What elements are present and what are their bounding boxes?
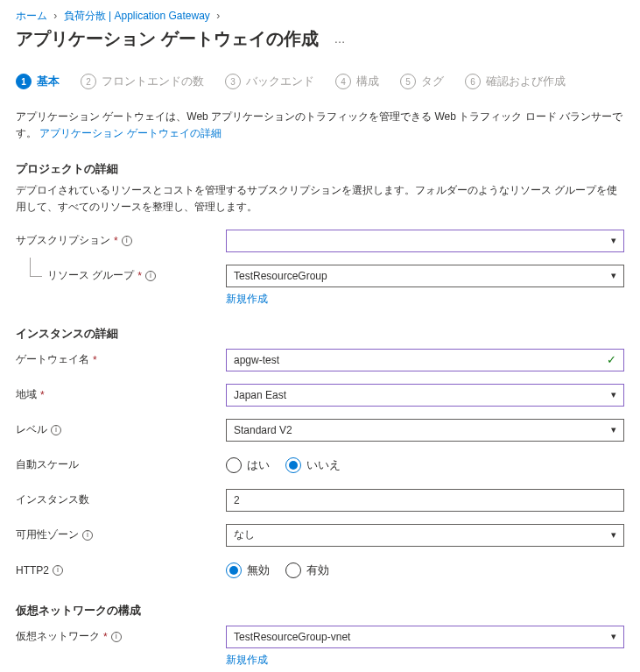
more-icon[interactable]: … xyxy=(334,32,348,46)
region-select[interactable]: Japan East ▾ xyxy=(226,384,624,407)
info-icon[interactable]: i xyxy=(51,425,61,435)
instance-count-label: インスタンス数 xyxy=(16,492,226,507)
chevron-down-icon: ▾ xyxy=(611,235,616,246)
subscription-label: サブスクリプション* i xyxy=(16,233,226,248)
tier-label: レベル i xyxy=(16,422,226,437)
section-vnet-title: 仮想ネットワークの構成 xyxy=(16,603,624,619)
wizard-tabs: 1基本 2フロントエンドの数 3バックエンド 4構成 5タグ 6確認および作成 xyxy=(16,74,624,89)
create-new-vnet-link[interactable]: 新規作成 xyxy=(226,654,268,666)
info-icon[interactable]: i xyxy=(82,530,93,541)
chevron-down-icon: ▾ xyxy=(611,631,616,642)
vnet-label: 仮想ネットワーク* i xyxy=(16,629,226,644)
autoscale-label: 自動スケール xyxy=(16,457,226,472)
breadcrumb-home[interactable]: ホーム xyxy=(16,10,47,22)
info-icon[interactable]: i xyxy=(53,565,63,576)
info-icon[interactable]: i xyxy=(122,236,132,246)
http2-on-radio[interactable]: 有効 xyxy=(285,562,329,578)
tab-review[interactable]: 6確認および作成 xyxy=(465,74,566,89)
intro-text: アプリケーション ゲートウェイは、Web アプリケーションのトラフィックを管理で… xyxy=(16,109,624,142)
tier-select[interactable]: Standard V2 ▾ xyxy=(226,419,624,442)
subscription-select[interactable]: ▾ xyxy=(226,230,624,252)
gateway-name-input[interactable]: apgw-test ✓ xyxy=(226,349,624,371)
info-icon[interactable]: i xyxy=(145,271,156,281)
resource-group-label: リソース グループ* i xyxy=(16,268,226,283)
section-project-desc: デプロイされているリソースとコストを管理するサブスクリプションを選択します。フォ… xyxy=(16,182,624,215)
tab-backend[interactable]: 3バックエンド xyxy=(225,74,314,89)
page-title: アプリケーション ゲートウェイの作成 … xyxy=(16,27,624,51)
breadcrumb: ホーム › 負荷分散 | Application Gateway › xyxy=(16,9,624,24)
section-instance-title: インスタンスの詳細 xyxy=(16,326,624,342)
chevron-down-icon: ▾ xyxy=(611,270,616,281)
tab-basic[interactable]: 1基本 xyxy=(16,74,60,89)
section-project-title: プロジェクトの詳細 xyxy=(16,161,624,177)
http2-off-radio[interactable]: 無効 xyxy=(226,562,270,578)
tab-frontend[interactable]: 2フロントエンドの数 xyxy=(81,74,204,89)
region-label: 地域* xyxy=(16,387,226,402)
vnet-select[interactable]: TestResourceGroup-vnet ▾ xyxy=(226,626,624,648)
chevron-right-icon: › xyxy=(216,10,220,22)
chevron-right-icon: › xyxy=(53,10,57,22)
http2-label: HTTP2 i xyxy=(16,564,226,577)
learn-more-link[interactable]: アプリケーション ゲートウェイの詳細 xyxy=(39,127,221,139)
tab-tags[interactable]: 5タグ xyxy=(400,74,444,89)
breadcrumb-item[interactable]: 負荷分散 | Application Gateway xyxy=(64,10,210,22)
info-icon[interactable]: i xyxy=(111,632,122,642)
resource-group-select[interactable]: TestResourceGroup ▾ xyxy=(226,265,624,287)
zone-label: 可用性ゾーン i xyxy=(16,527,226,542)
chevron-down-icon: ▾ xyxy=(611,424,616,435)
autoscale-no-radio[interactable]: いいえ xyxy=(285,457,341,473)
check-icon: ✓ xyxy=(607,353,616,366)
zone-select[interactable]: なし ▾ xyxy=(226,524,624,547)
instance-count-input[interactable]: 2 xyxy=(226,489,624,512)
tab-config[interactable]: 4構成 xyxy=(335,74,379,89)
autoscale-yes-radio[interactable]: はい xyxy=(226,457,270,473)
chevron-down-icon: ▾ xyxy=(611,529,616,541)
gateway-name-label: ゲートウェイ名* xyxy=(16,352,226,367)
create-new-rg-link[interactable]: 新規作成 xyxy=(226,293,268,305)
chevron-down-icon: ▾ xyxy=(611,389,616,400)
